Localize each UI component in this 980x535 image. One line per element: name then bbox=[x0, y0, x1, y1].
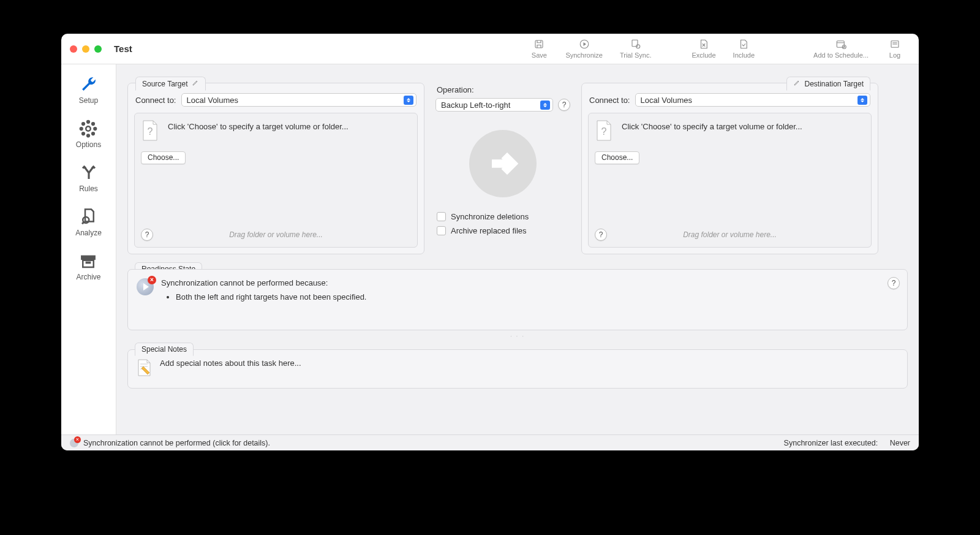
branch-icon bbox=[80, 164, 98, 182]
svg-rect-11 bbox=[86, 262, 91, 264]
include-label: Include bbox=[733, 51, 755, 59]
calendar-plus-icon bbox=[835, 39, 846, 50]
source-help-button[interactable]: ? bbox=[141, 229, 153, 241]
log-label: Log bbox=[889, 51, 900, 59]
gear-icon bbox=[79, 120, 97, 138]
zoom-window-button[interactable] bbox=[94, 45, 102, 53]
source-hint: Drag folder or volume here... bbox=[153, 230, 399, 239]
section-divider: · · · bbox=[127, 333, 908, 340]
status-error-icon bbox=[70, 439, 78, 447]
destination-choose-button[interactable]: Choose... bbox=[595, 151, 639, 164]
sidebar-rules-label: Rules bbox=[79, 184, 98, 193]
play-error-icon: × bbox=[137, 278, 154, 295]
source-connect-row: Connect to: Local Volumes bbox=[134, 89, 418, 113]
operation-label: Operation: bbox=[437, 85, 570, 94]
close-window-button[interactable] bbox=[70, 45, 77, 53]
destination-tab-label: Destination Target bbox=[804, 80, 864, 88]
exclude-icon bbox=[698, 39, 709, 50]
svg-text:?: ? bbox=[148, 126, 153, 137]
sidebar-item-archive[interactable]: Archive bbox=[76, 252, 100, 281]
destination-connect-label: Connect to: bbox=[589, 96, 630, 105]
include-icon bbox=[738, 39, 749, 50]
log-button[interactable]: Log bbox=[880, 39, 910, 59]
synchronize-button[interactable]: Synchronize bbox=[559, 39, 609, 59]
error-badge-icon: × bbox=[148, 276, 156, 284]
targets-row: Source Target Connect to: Local Volumes bbox=[127, 75, 908, 254]
sidebar-item-options[interactable]: Options bbox=[76, 120, 101, 149]
readiness-bullet: Both the left and right targets have not… bbox=[176, 292, 367, 302]
sync-deletions-checkbox[interactable] bbox=[437, 212, 446, 221]
sidebar-archive-label: Archive bbox=[76, 273, 100, 281]
sidebar: Setup Options Rules Analyze bbox=[61, 64, 116, 434]
destination-message: Click 'Choose' to specify a target volum… bbox=[622, 120, 802, 131]
status-last-value: Never bbox=[890, 439, 910, 447]
special-notes-tab: Special Notes bbox=[135, 343, 194, 356]
traffic-lights bbox=[70, 45, 102, 53]
source-target-tab[interactable]: Source Target bbox=[135, 77, 206, 91]
destination-hint: Drag folder or volume here... bbox=[607, 230, 853, 239]
archive-replaced-checkbox[interactable] bbox=[437, 226, 446, 235]
destination-help-button[interactable]: ? bbox=[595, 229, 607, 241]
source-connect-label: Connect to: bbox=[135, 96, 176, 105]
destination-target-tab[interactable]: Destination Target bbox=[786, 77, 870, 91]
exclude-button[interactable]: Exclude bbox=[685, 39, 722, 59]
operation-column: Operation: Backup Left-to-right ? Synchr bbox=[435, 75, 570, 254]
main-area: Source Target Connect to: Local Volumes bbox=[116, 64, 919, 434]
sidebar-item-rules[interactable]: Rules bbox=[79, 164, 98, 193]
destination-connect-select[interactable]: Local Volumes bbox=[635, 93, 871, 107]
trial-sync-icon bbox=[630, 39, 641, 50]
trial-sync-label: Trial Sync. bbox=[620, 51, 652, 59]
svg-rect-9 bbox=[81, 256, 96, 259]
source-choose-button[interactable]: Choose... bbox=[141, 151, 186, 164]
destination-drop-area[interactable]: ? Click 'Choose' to specify a target vol… bbox=[588, 113, 872, 248]
chevron-updown-icon bbox=[858, 96, 867, 105]
include-button[interactable]: Include bbox=[727, 39, 761, 59]
archive-icon bbox=[79, 252, 97, 270]
sidebar-setup-label: Setup bbox=[79, 96, 98, 105]
sidebar-analyze-label: Analyze bbox=[75, 229, 102, 237]
window-title: Test bbox=[114, 44, 132, 54]
sidebar-options-label: Options bbox=[76, 140, 101, 149]
operation-help-button[interactable]: ? bbox=[558, 99, 570, 111]
source-target-panel: Source Target Connect to: Local Volumes bbox=[127, 83, 424, 254]
special-notes-area[interactable]: Add special notes about this task here..… bbox=[127, 349, 908, 389]
titlebar: Test Save Synchronize Trial Sync. Excl bbox=[61, 34, 919, 64]
add-to-schedule-label: Add to Schedule... bbox=[813, 51, 869, 59]
pencil-icon bbox=[192, 79, 199, 88]
file-question-icon: ? bbox=[595, 120, 613, 142]
add-to-schedule-button[interactable]: Add to Schedule... bbox=[807, 39, 875, 59]
source-connect-select[interactable]: Local Volumes bbox=[181, 93, 417, 107]
source-drop-area[interactable]: ? Click 'Choose' to specify a target vol… bbox=[134, 113, 418, 248]
destination-target-panel: Destination Target Connect to: Local Vol… bbox=[581, 83, 878, 254]
svg-point-7 bbox=[86, 126, 91, 131]
destination-connect-value: Local Volumes bbox=[641, 96, 693, 105]
save-button[interactable]: Save bbox=[524, 39, 554, 59]
sync-deletions-label: Synchronize deletions bbox=[451, 212, 529, 221]
source-connect-value: Local Volumes bbox=[187, 96, 239, 105]
magnifier-file-icon bbox=[79, 208, 97, 226]
minimize-window-button[interactable] bbox=[82, 45, 89, 53]
play-icon bbox=[579, 39, 590, 50]
sidebar-item-analyze[interactable]: Analyze bbox=[75, 208, 102, 237]
source-message: Click 'Choose' to specify a target volum… bbox=[168, 120, 349, 131]
special-notes-placeholder: Add special notes about this task here..… bbox=[160, 359, 301, 377]
save-icon bbox=[533, 39, 545, 50]
readiness-heading: Synchronization cannot be performed beca… bbox=[161, 278, 367, 287]
readiness-help-button[interactable]: ? bbox=[888, 277, 900, 289]
window-body: Setup Options Rules Analyze bbox=[61, 64, 919, 434]
wrench-icon bbox=[79, 75, 97, 94]
special-notes-tab-label: Special Notes bbox=[141, 345, 187, 354]
note-pencil-icon bbox=[137, 359, 153, 377]
file-question-icon: ? bbox=[141, 120, 159, 142]
chevron-updown-icon bbox=[540, 101, 550, 110]
trial-sync-button[interactable]: Trial Sync. bbox=[614, 39, 658, 59]
status-bar: Synchronization cannot be performed (cli… bbox=[61, 434, 919, 450]
status-message[interactable]: Synchronization cannot be performed (cli… bbox=[83, 439, 270, 447]
save-label: Save bbox=[532, 51, 547, 59]
log-icon bbox=[889, 39, 900, 50]
pencil-icon bbox=[793, 79, 801, 88]
svg-rect-0 bbox=[535, 40, 543, 48]
sidebar-item-setup[interactable]: Setup bbox=[79, 75, 98, 105]
operation-value: Backup Left-to-right bbox=[441, 101, 510, 110]
operation-select[interactable]: Backup Left-to-right bbox=[435, 98, 553, 112]
